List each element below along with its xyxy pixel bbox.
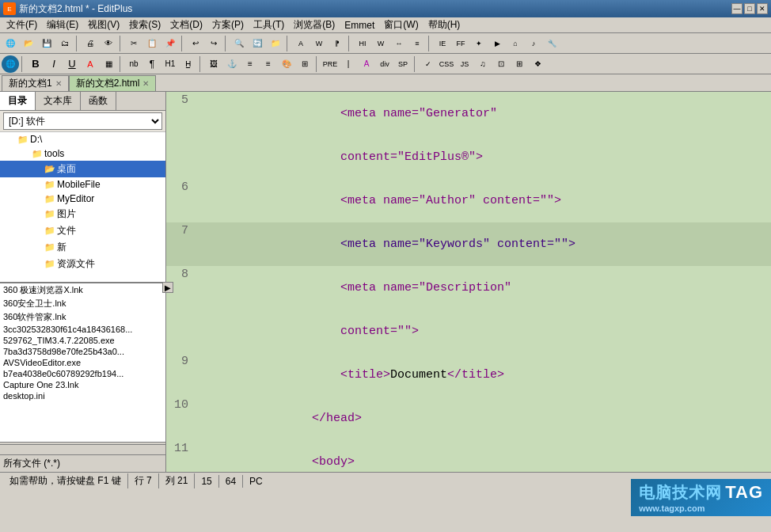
js-button[interactable]: JS xyxy=(456,55,473,73)
line-content[interactable]: <title>Document</title> xyxy=(195,353,771,397)
browser-preview[interactable]: IE xyxy=(434,35,451,52)
file-item[interactable]: AVSVideoEditor.exe xyxy=(0,357,165,368)
tree-item-resources[interactable]: 📁 资源文件 xyxy=(0,256,165,272)
tool-a[interactable]: HI xyxy=(354,35,371,52)
sep-btn[interactable]: | xyxy=(340,55,357,73)
tool-d[interactable]: ≡ xyxy=(408,35,426,52)
menu-window[interactable]: 窗口(W) xyxy=(379,17,423,33)
line-content[interactable]: <meta name="Generator" xyxy=(195,92,771,135)
menu-scheme[interactable]: 方案(P) xyxy=(207,17,249,33)
extra-button[interactable]: ⊞ xyxy=(511,55,528,73)
color-picker-button[interactable]: 🎨 xyxy=(278,55,295,73)
bold-button[interactable]: B xyxy=(27,55,44,73)
menu-search[interactable]: 搜索(S) xyxy=(124,17,165,33)
menu-emmet[interactable]: Emmet xyxy=(340,18,379,32)
save-all-button[interactable]: 🗂 xyxy=(56,35,74,52)
a-tag-button[interactable]: A xyxy=(358,55,375,73)
sidebar-tab-textlib[interactable]: 文本库 xyxy=(36,92,81,110)
menu-view[interactable]: 视图(V) xyxy=(83,17,124,33)
file-item[interactable]: 360 极速浏览器X.lnk xyxy=(0,283,165,297)
underline-button[interactable]: U xyxy=(63,55,81,73)
table-button[interactable]: ⊞ xyxy=(296,55,313,73)
menu-edit[interactable]: 编辑(E) xyxy=(42,17,83,33)
tab-doc2[interactable]: 新的文档2.html ✕ xyxy=(69,75,157,91)
sp-button[interactable]: SP xyxy=(394,55,412,73)
extra2-button[interactable]: ❖ xyxy=(529,55,546,73)
find-button[interactable]: 🔍 xyxy=(230,35,248,52)
menu-document[interactable]: 文档(D) xyxy=(165,17,207,33)
font-size-button[interactable]: A xyxy=(292,35,310,52)
tree-item-d[interactable]: 📁 D:\ xyxy=(0,132,165,146)
align-left-button[interactable]: ≡ xyxy=(241,55,259,73)
line-content[interactable]: content=""> xyxy=(195,310,771,353)
tool-c[interactable]: ↔ xyxy=(390,35,408,52)
tab-doc1-close[interactable]: ✕ xyxy=(55,79,62,88)
drive-selector[interactable]: [D:] 软件 xyxy=(3,112,162,130)
table2-button[interactable]: ⊡ xyxy=(492,55,510,73)
nb-button[interactable]: nb xyxy=(125,55,142,73)
sidebar-collapse-arrow[interactable]: ▶ xyxy=(162,282,173,293)
tree-item-pictures[interactable]: 📁 图片 xyxy=(0,206,165,222)
align-center-button[interactable]: ≡ xyxy=(260,55,277,73)
new-button[interactable]: 🌐 xyxy=(2,35,19,52)
globe-button[interactable]: 🌐 xyxy=(2,55,19,73)
line-content[interactable]: <body> xyxy=(195,440,771,472)
file-item[interactable]: 360软件管家.lnk xyxy=(0,310,165,324)
file-item[interactable]: desktop.ini xyxy=(0,390,165,401)
anchor-button[interactable]: ⚓ xyxy=(223,55,241,73)
sidebar-bottom-scrollbar[interactable] xyxy=(0,442,165,454)
tree-item-new[interactable]: 📁 新 xyxy=(0,239,165,256)
close-button[interactable]: ✕ xyxy=(757,3,768,14)
music-button[interactable]: ♫ xyxy=(474,55,492,73)
validate-button[interactable]: ✓ xyxy=(420,55,437,73)
file-item[interactable]: 360安全卫士.lnk xyxy=(0,297,165,310)
save-button[interactable]: 💾 xyxy=(38,35,55,52)
tool-h[interactable]: ⌂ xyxy=(507,35,524,52)
font-color-button[interactable]: A xyxy=(82,55,99,73)
sidebar-tab-directory[interactable]: 目录 xyxy=(0,92,36,110)
tree-item-desktop[interactable]: 📂 桌面 xyxy=(0,161,165,177)
line-content[interactable]: <meta name="Keywords" content=""> xyxy=(195,222,771,266)
code-scroll[interactable]: 5 <meta name="Generator" content="EditPl… xyxy=(166,92,771,472)
print-preview-button[interactable]: 👁 xyxy=(100,35,117,52)
h-button[interactable]: H̲ xyxy=(180,55,197,73)
tab-doc1[interactable]: 新的文档1 ✕ xyxy=(2,75,69,91)
line-content[interactable]: content="EditPlus®"> xyxy=(195,135,771,179)
open-button[interactable]: 📂 xyxy=(20,35,37,52)
sidebar-tab-functions[interactable]: 函数 xyxy=(81,92,116,110)
word-wrap-button[interactable]: W xyxy=(310,35,328,52)
menu-file[interactable]: 文件(F) xyxy=(2,17,42,33)
file-item[interactable]: Capture One 23.lnk xyxy=(0,379,165,390)
file-item[interactable]: 7ba3d3758d98e70fe25b43a0... xyxy=(0,346,165,357)
tool-j[interactable]: 🔧 xyxy=(543,35,560,52)
find-in-files-button[interactable]: 📁 xyxy=(267,35,284,52)
tab-doc2-close[interactable]: ✕ xyxy=(142,79,149,88)
tool-e[interactable]: FF xyxy=(452,35,469,52)
replace-button[interactable]: 🔄 xyxy=(249,35,266,52)
pilcrow-button[interactable]: ¶ xyxy=(143,55,161,73)
menu-help[interactable]: 帮助(H) xyxy=(423,17,465,33)
menu-tools[interactable]: 工具(T) xyxy=(249,17,289,33)
tree-item-tools[interactable]: 📁 tools xyxy=(0,146,165,161)
tool-b[interactable]: W xyxy=(372,35,389,52)
tool-g[interactable]: ▶ xyxy=(488,35,506,52)
file-item[interactable]: b7ea4038e0c60789292fb194... xyxy=(0,368,165,379)
img-button[interactable]: 🖼 xyxy=(205,55,222,73)
line-content[interactable]: <meta name="Author" content=""> xyxy=(195,179,771,222)
tree-item-mobilefile[interactable]: 📁 MobileFile xyxy=(0,177,165,192)
line-nums-button[interactable]: ⁋ xyxy=(329,35,346,52)
redo-button[interactable]: ↪ xyxy=(205,35,222,52)
line-content[interactable]: </head> xyxy=(195,397,771,440)
cut-button[interactable]: ✂ xyxy=(125,35,142,52)
tree-item-files[interactable]: 📁 文件 xyxy=(0,222,165,239)
highlight-button[interactable]: ▦ xyxy=(100,55,117,73)
file-item[interactable]: 529762_TIM3.4.7.22085.exe xyxy=(0,335,165,346)
print-button[interactable]: 🖨 xyxy=(82,35,99,52)
css-button[interactable]: CSS xyxy=(438,55,455,73)
div-button[interactable]: div xyxy=(376,55,393,73)
tool-f[interactable]: ✦ xyxy=(470,35,488,52)
minimize-button[interactable]: — xyxy=(731,3,743,14)
line-content[interactable]: <meta name="Description" xyxy=(195,266,771,310)
maximize-button[interactable]: □ xyxy=(744,3,755,14)
tree-item-myeditor[interactable]: 📁 MyEditor xyxy=(0,192,165,206)
